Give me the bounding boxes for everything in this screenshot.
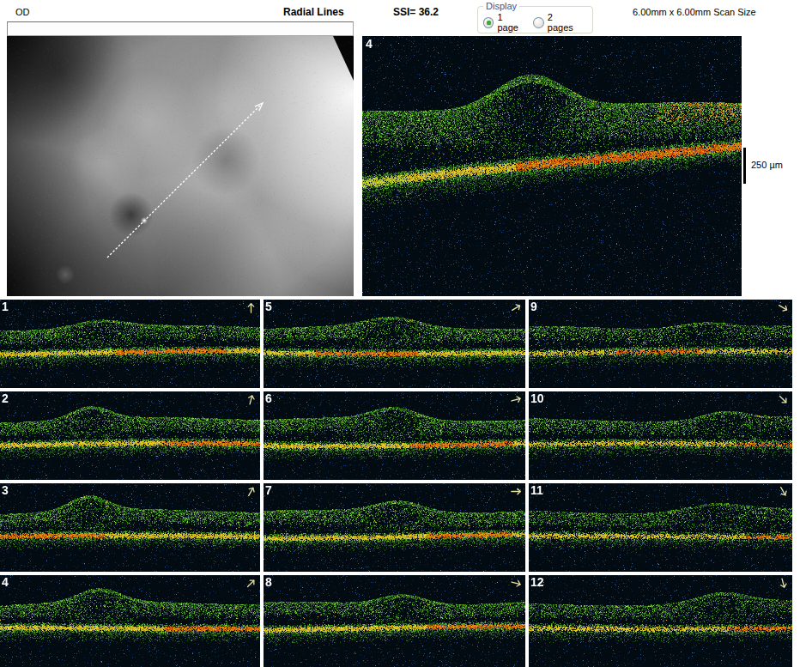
scan-thumbnail-4[interactable]: 4 bbox=[0, 575, 260, 667]
scan-direction-arrow-icon bbox=[510, 485, 523, 498]
thumbnail-number: 8 bbox=[265, 575, 272, 589]
scale-bar-line bbox=[743, 148, 746, 184]
scan-thumbnail-image bbox=[0, 391, 260, 480]
thumbnail-number: 12 bbox=[530, 575, 544, 589]
scan-thumbnail-image bbox=[529, 575, 792, 667]
oct-review-screen: OD Radial Lines SSI= 36.2 Display 1 page… bbox=[0, 0, 812, 667]
thumbnail-number: 1 bbox=[2, 300, 9, 313]
fundus-info-bar bbox=[7, 21, 354, 36]
scan-thumbnail-image bbox=[529, 391, 792, 480]
thumbnail-number: 6 bbox=[265, 391, 272, 405]
scan-thumbnail-image bbox=[529, 483, 792, 572]
scan-thumbnail-7[interactable]: 7 bbox=[264, 483, 525, 572]
scan-thumbnail-12[interactable]: 12 bbox=[529, 575, 792, 667]
radio-1-page-control[interactable] bbox=[483, 17, 494, 28]
scan-size-label: 6.00mm x 6.00mm Scan Size bbox=[633, 7, 756, 17]
scan-thumbnail-1[interactable]: 1 bbox=[0, 300, 260, 388]
radio-1-page-label: 1 page bbox=[497, 12, 524, 33]
scan-thumbnail-11[interactable]: 11 bbox=[529, 483, 792, 572]
scan-thumbnail-9[interactable]: 9 bbox=[529, 300, 792, 388]
radio-option-2-pages[interactable]: 2 pages bbox=[533, 12, 579, 33]
thumbnail-number: 4 bbox=[2, 575, 9, 589]
scan-direction-arrow-icon bbox=[245, 301, 258, 314]
scan-thumbnail-image bbox=[0, 300, 260, 388]
scan-thumbnail-image bbox=[0, 575, 260, 667]
main-scan-number: 4 bbox=[366, 37, 373, 51]
ssi-value: SSI= 36.2 bbox=[393, 6, 439, 18]
fundus-image bbox=[7, 36, 354, 296]
scan-thumbnail-image bbox=[0, 483, 260, 572]
scale-bar-label: 250 µm bbox=[751, 160, 783, 170]
radio-option-1-page[interactable]: 1 page bbox=[483, 12, 524, 33]
scan-thumbnail-image bbox=[264, 300, 525, 388]
scan-thumbnail-3[interactable]: 3 bbox=[0, 483, 260, 572]
thumbnail-number: 3 bbox=[2, 483, 9, 497]
scan-thumbnail-2[interactable]: 2 bbox=[0, 391, 260, 480]
thumbnail-number: 2 bbox=[2, 391, 9, 405]
eye-label: OD bbox=[15, 7, 30, 17]
radio-2-pages-label: 2 pages bbox=[548, 12, 579, 33]
scan-thumbnail-6[interactable]: 6 bbox=[264, 391, 525, 480]
display-options-group: Display 1 page 2 pages bbox=[477, 1, 593, 33]
scan-type-title: Radial Lines bbox=[283, 6, 344, 18]
radio-2-pages-control[interactable] bbox=[533, 17, 543, 28]
scan-thumbnail-image bbox=[264, 391, 525, 480]
thumbnail-number: 9 bbox=[530, 300, 537, 313]
scan-thumbnail-10[interactable]: 10 bbox=[529, 391, 792, 480]
thumbnail-number: 10 bbox=[530, 391, 544, 405]
main-scan-view: 4 bbox=[362, 36, 742, 296]
scan-thumbnail-5[interactable]: 5 bbox=[264, 300, 525, 388]
scan-thumbnail-image bbox=[264, 575, 525, 667]
thumbnail-number: 5 bbox=[265, 300, 272, 313]
main-scan-image bbox=[362, 36, 742, 296]
display-group-legend: Display bbox=[483, 1, 519, 11]
scan-thumbnail-image bbox=[264, 483, 525, 572]
scan-thumbnail-image bbox=[529, 300, 792, 388]
thumbnail-number: 7 bbox=[265, 483, 272, 497]
thumbnail-number: 11 bbox=[530, 483, 543, 497]
scan-thumbnail-8[interactable]: 8 bbox=[264, 575, 525, 667]
